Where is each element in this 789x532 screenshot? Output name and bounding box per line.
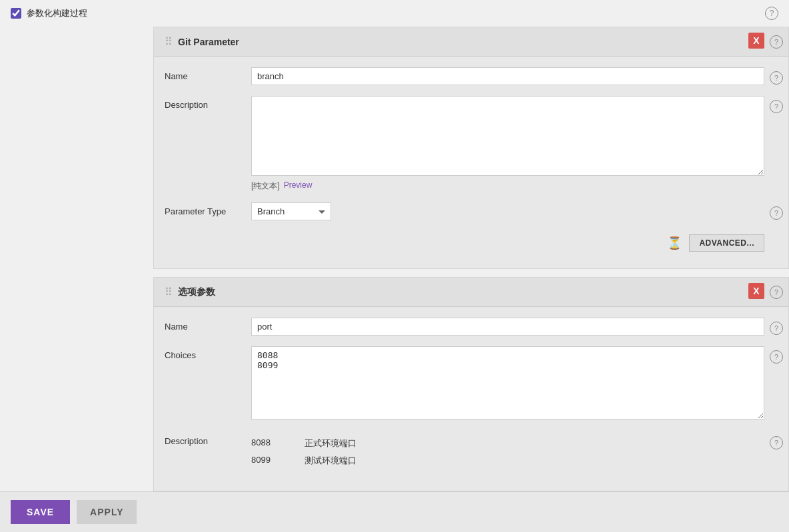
parameter-type-label: Parameter Type <box>165 202 251 216</box>
preview-link[interactable]: Preview <box>284 180 313 192</box>
options-parameter-section: ⠿ 选项参数 X ? Name ? Choices 8088 8099 ? <box>153 277 789 491</box>
options-name-row: Name ? <box>165 318 764 336</box>
table-row: 8099 测试环境端口 <box>251 452 764 469</box>
choices-label: Choices <box>165 346 251 360</box>
parameter-type-input-wrapper: Branch Tag Revision Pull Request <box>251 202 764 220</box>
parameter-type-select[interactable]: Branch Tag Revision Pull Request <box>251 202 331 220</box>
name-input[interactable] <box>251 67 764 85</box>
choices-help-icon[interactable]: ? <box>770 350 783 364</box>
parameterize-checkbox[interactable] <box>11 8 21 19</box>
choices-row: Choices 8088 8099 ? <box>165 346 764 421</box>
description-table: 8088 正式环境端口 8099 测试环境端口 <box>251 435 764 469</box>
git-parameter-section: ⠿ Git Parameter X ? Name ? Description [… <box>153 27 789 269</box>
desc-key-1: 8088 <box>251 435 305 452</box>
desc-value-2: 测试环境端口 <box>305 452 764 469</box>
top-bar: 参数化构建过程 ? <box>0 0 789 27</box>
options-name-input-wrapper <box>251 318 764 336</box>
desc-value-1: 正式环境端口 <box>305 435 764 452</box>
options-parameter-header: ⠿ 选项参数 <box>154 278 788 307</box>
save-button[interactable]: SAVE <box>11 500 70 524</box>
options-description-label: Description <box>165 432 251 446</box>
description-row: Description [纯文本] Preview ? <box>165 96 764 192</box>
name-input-wrapper <box>251 67 764 85</box>
top-help-icon[interactable]: ? <box>765 7 778 20</box>
history-icon[interactable]: ⏳ <box>665 234 684 252</box>
advanced-button[interactable]: ADVANCED... <box>689 234 764 252</box>
section2-help-icon[interactable]: ? <box>770 286 783 299</box>
main-content: ⠿ Git Parameter X ? Name ? Description [… <box>153 27 789 532</box>
apply-button[interactable]: APPLY <box>77 500 137 524</box>
options-description-row: Description 8088 正式环境端口 8099 测试环境端口 <box>165 432 764 469</box>
name-help-icon[interactable]: ? <box>770 71 783 85</box>
advanced-row: ⏳ ADVANCED... <box>165 231 764 258</box>
name-label: Name <box>165 67 251 81</box>
description-label: Description <box>165 96 251 110</box>
close-git-parameter-button[interactable]: X <box>748 33 764 49</box>
choices-textarea[interactable]: 8088 8099 <box>251 346 764 419</box>
options-name-label: Name <box>165 318 251 332</box>
description-textarea[interactable] <box>251 96 764 176</box>
git-parameter-form: Name ? Description [纯文本] Preview ? <box>154 57 788 268</box>
options-name-input[interactable] <box>251 318 764 336</box>
text-plain-label: [纯文本] <box>251 180 280 192</box>
options-name-help-icon[interactable]: ? <box>770 322 783 335</box>
top-bar-left: 参数化构建过程 <box>11 7 87 19</box>
name-row: Name ? <box>165 67 764 85</box>
parameter-type-row: Parameter Type Branch Tag Revision Pull … <box>165 202 764 220</box>
options-parameter-form: Name ? Choices 8088 8099 ? Description <box>154 307 788 491</box>
description-input-wrapper: [纯文本] Preview <box>251 96 764 192</box>
description-help-icon[interactable]: ? <box>770 100 783 113</box>
options-parameter-title: 选项参数 <box>178 286 215 298</box>
options-description-help-icon[interactable]: ? <box>770 436 783 449</box>
close-options-parameter-button[interactable]: X <box>748 283 764 299</box>
top-bar-title: 参数化构建过程 <box>27 7 87 19</box>
options-description-content: 8088 正式环境端口 8099 测试环境端口 <box>251 432 764 469</box>
section1-help-icon[interactable]: ? <box>770 35 783 49</box>
git-parameter-title: Git Parameter <box>178 37 239 47</box>
parameter-type-help-icon[interactable]: ? <box>770 206 783 220</box>
text-controls: [纯文本] Preview <box>251 180 764 192</box>
choices-input-wrapper: 8088 8099 <box>251 346 764 421</box>
table-row: 8088 正式环境端口 <box>251 435 764 452</box>
drag-handle-1[interactable]: ⠿ <box>165 35 173 48</box>
git-parameter-header: ⠿ Git Parameter <box>154 27 788 57</box>
desc-key-2: 8099 <box>251 452 305 469</box>
bottom-bar: SAVE APPLY <box>0 491 789 532</box>
drag-handle-2[interactable]: ⠿ <box>165 286 173 298</box>
